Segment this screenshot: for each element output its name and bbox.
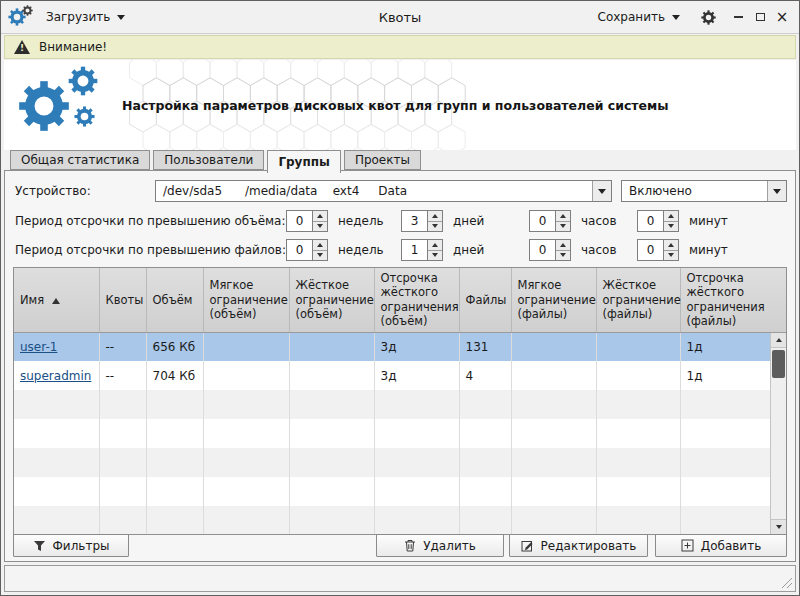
- settings-button[interactable]: [697, 6, 719, 28]
- triangle-down-icon: [317, 253, 323, 257]
- window-controls: ×: [727, 7, 793, 27]
- spinner-value: 0: [529, 239, 556, 261]
- edit-button[interactable]: Редактировать: [509, 534, 648, 557]
- sort-ascending-icon: [52, 298, 60, 304]
- close-button[interactable]: ×: [771, 7, 793, 27]
- spinner-value: 0: [286, 210, 313, 232]
- spinner-up-button[interactable]: [556, 211, 570, 222]
- gear-icon: [18, 80, 70, 132]
- scroll-up-button[interactable]: [771, 333, 786, 348]
- header-banner: Настройка параметров дисковых квот для г…: [4, 60, 796, 150]
- spinner-up-button[interactable]: [313, 211, 327, 222]
- device-combobox[interactable]: /dev/sda5 /media/data ext4 Data: [155, 180, 612, 202]
- volume-days-spinner[interactable]: 3: [401, 210, 443, 232]
- table-header-row: Имя Квоты Объём Мягкое ограничение (объё…: [14, 268, 786, 332]
- vertical-scrollbar[interactable]: [770, 333, 786, 534]
- spinner-down-button[interactable]: [556, 251, 570, 261]
- volume-minutes-spinner[interactable]: 0: [637, 210, 679, 232]
- column-header-hard-limit-volume[interactable]: Жёсткое ограничение (объём): [289, 268, 374, 332]
- unit-label: часов: [581, 243, 616, 257]
- spinner-down-button[interactable]: [664, 251, 678, 261]
- plus-icon: [681, 539, 694, 552]
- table-row-empty[interactable]: [14, 390, 786, 419]
- column-header-soft-limit-files[interactable]: Мягкое ограничение (файлы): [511, 268, 596, 332]
- spinner-up-button[interactable]: [428, 211, 442, 222]
- tab-general-statistics[interactable]: Общая статистика: [10, 150, 150, 170]
- column-header-hard-limit-files[interactable]: Жёсткое ограничение (файлы): [596, 268, 680, 332]
- triangle-down-icon: [560, 224, 566, 228]
- spinner-down-button[interactable]: [428, 251, 442, 261]
- delete-button[interactable]: Удалить: [376, 534, 504, 557]
- gear-icon: [701, 10, 716, 25]
- triangle-down-icon: [432, 224, 438, 228]
- volume-hours-spinner[interactable]: 0: [529, 210, 571, 232]
- tab-groups[interactable]: Группы: [267, 150, 341, 173]
- files-days-spinner[interactable]: 1: [401, 239, 443, 261]
- spinner-up-button[interactable]: [664, 211, 678, 222]
- table-row[interactable]: superadmin -- 704 Кб 3д 4 1д: [14, 361, 786, 390]
- quota-state-combobox[interactable]: Включено: [621, 180, 787, 202]
- device-dropdown-button[interactable]: [592, 181, 611, 201]
- scroll-down-button[interactable]: [771, 519, 786, 534]
- chevron-down-icon: [598, 189, 606, 194]
- state-dropdown-button[interactable]: [767, 181, 786, 201]
- table-row-empty[interactable]: [14, 448, 786, 477]
- funnel-icon: [33, 540, 46, 552]
- column-header-quotas[interactable]: Квоты: [99, 268, 146, 332]
- spinner-down-button[interactable]: [313, 222, 327, 232]
- device-combobox-value: /dev/sda5 /media/data ext4 Data: [156, 184, 592, 198]
- load-menu-button[interactable]: Загрузить: [37, 6, 134, 28]
- status-bar: [4, 565, 796, 592]
- table-row-empty[interactable]: [14, 419, 786, 448]
- unit-label: минут: [689, 214, 728, 228]
- triangle-down-icon: [317, 224, 323, 228]
- tab-projects[interactable]: Проекты: [344, 150, 421, 170]
- table-row[interactable]: user-1 -- 656 Кб 3д 131 1д: [14, 332, 786, 361]
- group-link[interactable]: superadmin: [20, 369, 91, 383]
- files-hours-spinner[interactable]: 0: [529, 239, 571, 261]
- spinner-down-button[interactable]: [556, 222, 570, 232]
- quota-table-body: user-1 -- 656 Кб 3д 131 1д superadmin --: [14, 332, 786, 535]
- edit-icon: [521, 539, 534, 552]
- add-button[interactable]: Добавить: [655, 534, 787, 557]
- table-row-empty[interactable]: [14, 506, 786, 535]
- app-logo: [18, 66, 122, 146]
- scroll-thumb[interactable]: [772, 350, 785, 378]
- banner-description: Настройка параметров дисковых квот для г…: [122, 60, 776, 150]
- filters-button[interactable]: Фильтры: [13, 534, 129, 557]
- close-icon: ×: [776, 10, 789, 25]
- triangle-up-icon: [432, 243, 438, 247]
- tab-bar: Общая статистика Пользователи Группы Про…: [10, 150, 424, 173]
- table-row-empty[interactable]: [14, 477, 786, 506]
- maximize-button[interactable]: [749, 7, 771, 27]
- spinner-down-button[interactable]: [664, 222, 678, 232]
- minimize-button[interactable]: [727, 7, 749, 27]
- gear-icon: [22, 5, 33, 16]
- column-header-volume[interactable]: Объём: [146, 268, 203, 332]
- column-header-grace-files[interactable]: Отсрочка жёсткого ограничения (файлы): [680, 268, 786, 332]
- triangle-down-icon: [668, 253, 674, 257]
- volume-weeks-spinner[interactable]: 0: [286, 210, 328, 232]
- spinner-down-button[interactable]: [313, 251, 327, 261]
- delete-button-label: Удалить: [423, 539, 476, 553]
- tab-users[interactable]: Пользователи: [153, 150, 264, 170]
- triangle-down-icon: [776, 525, 782, 529]
- app-window: Загрузить Квоты Сохранить × Внимание!: [0, 0, 800, 596]
- files-weeks-spinner[interactable]: 0: [286, 239, 328, 261]
- spinner-up-button[interactable]: [664, 240, 678, 251]
- grace-files-row: Период отсрочки по превышению файлов: 0 …: [5, 239, 795, 263]
- spinner-down-button[interactable]: [428, 222, 442, 232]
- triangle-up-icon: [560, 214, 566, 218]
- save-menu-button[interactable]: Сохранить: [589, 6, 690, 28]
- resize-grip[interactable]: [781, 577, 793, 589]
- column-header-name[interactable]: Имя: [14, 268, 99, 332]
- column-header-soft-limit-volume[interactable]: Мягкое ограничение (объём): [203, 268, 289, 332]
- group-link[interactable]: user-1: [20, 340, 57, 354]
- column-header-grace-volume[interactable]: Отсрочка жёсткого ограничения (объём): [374, 268, 459, 332]
- files-minutes-spinner[interactable]: 0: [637, 239, 679, 261]
- column-header-files[interactable]: Файлы: [459, 268, 511, 332]
- spinner-up-button[interactable]: [428, 240, 442, 251]
- spinner-up-button[interactable]: [556, 240, 570, 251]
- trash-icon: [404, 539, 416, 552]
- spinner-up-button[interactable]: [313, 240, 327, 251]
